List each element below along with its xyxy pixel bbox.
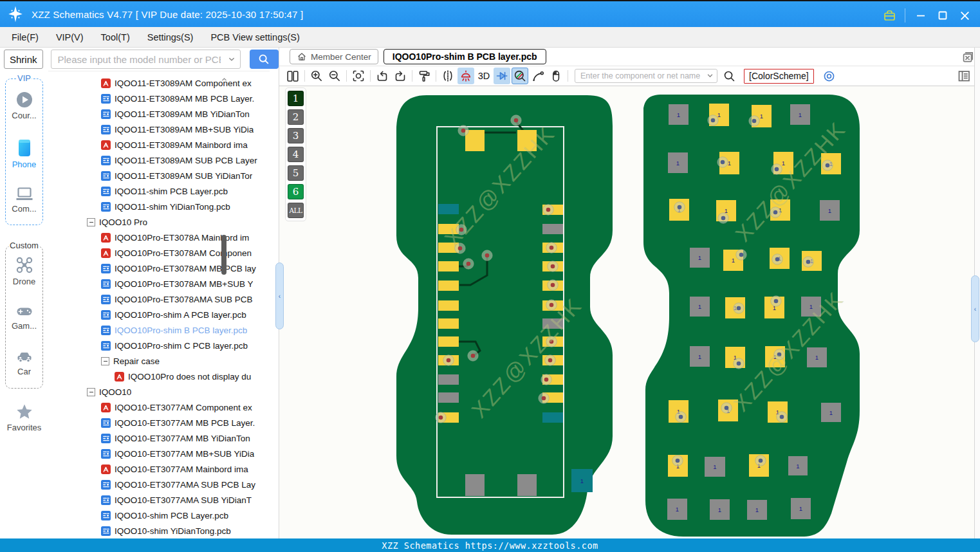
tree-group-repair-case[interactable]: Repair case <box>48 353 270 369</box>
pcb-via[interactable] <box>543 205 553 215</box>
tree-item[interactable]: IQOO10-ET3077AMA SUB YiDianT <box>48 492 270 508</box>
component-panel-toggle-icon[interactable] <box>957 69 971 83</box>
tree-item[interactable]: IQOO10Pro-shim A PCB layer.pcb <box>48 307 270 322</box>
shrink-button[interactable]: Shrink <box>4 50 43 69</box>
pcb-pad[interactable] <box>465 474 485 496</box>
curve-trace-icon[interactable] <box>530 68 546 84</box>
pcb-via[interactable] <box>717 157 728 167</box>
tree-item[interactable]: IQOO11-ET3089AM SUB YiDianTor <box>48 168 270 183</box>
chevron-down-icon[interactable] <box>705 71 715 83</box>
net-probe-icon[interactable] <box>512 68 528 84</box>
tree-item[interactable]: IQOO11-ET3089AM MB PCB Layer. <box>48 91 270 106</box>
close-button[interactable] <box>956 6 974 24</box>
pcb-via[interactable] <box>545 355 555 365</box>
sidebar-item-gam[interactable]: Gam... <box>6 302 42 331</box>
pcb-pad[interactable] <box>438 318 459 329</box>
pcb-pad[interactable] <box>438 281 459 291</box>
3d-view-button[interactable]: 3D <box>476 68 492 84</box>
pcb-via[interactable] <box>708 115 718 125</box>
pcb-via[interactable] <box>511 115 521 125</box>
pcb-drawing[interactable]: 1111111111111111111111111111111111111XZZ… <box>279 86 974 538</box>
collapse-minus-icon[interactable] <box>87 218 95 226</box>
tree-item[interactable]: IQOO10-ET3077AM Component ex <box>48 400 270 415</box>
tree-item[interactable]: IQOO11-ET3089AM MB+SUB YiDia <box>48 122 270 137</box>
briefcase-icon[interactable] <box>880 6 898 24</box>
sidebar-item-drone[interactable]: Drone <box>6 255 42 286</box>
pcb-via[interactable] <box>772 164 782 174</box>
net-search-input[interactable] <box>575 69 717 83</box>
tree-item[interactable]: IQOO11-ET3089AM SUB PCB Layer <box>48 152 270 168</box>
scroll-up-icon[interactable] <box>221 73 227 85</box>
diode-mode-icon[interactable] <box>494 68 510 84</box>
tree-group-iqoo10[interactable]: IQOO10 <box>48 384 270 400</box>
tree-item[interactable]: IQOO10Pro-shim C PCB layer.pcb <box>48 338 270 353</box>
layer-button-4[interactable]: 4 <box>288 147 304 162</box>
mirror-flip-icon[interactable] <box>439 68 456 84</box>
pcb-via[interactable] <box>468 351 478 361</box>
split-view-icon[interactable] <box>284 68 301 84</box>
pcb-via[interactable] <box>443 355 454 365</box>
rotate-left-icon[interactable] <box>374 68 391 84</box>
tree-item[interactable]: IQOO10Pro-shim B PCB layer.pcb <box>48 322 270 338</box>
tree-item[interactable]: IQOO10Pro-ET3078AMA SUB PCB <box>48 291 270 307</box>
maximize-button[interactable] <box>934 6 952 24</box>
sidebar-item-com[interactable]: Com... <box>6 185 42 214</box>
pcb-via[interactable] <box>482 250 492 261</box>
pcb-via[interactable] <box>674 202 685 212</box>
pcb-via[interactable] <box>548 280 558 290</box>
tree-item[interactable]: IQOO11-ET3089AM Component ex <box>48 75 270 91</box>
menu-item-tool-t-[interactable]: Tool(T) <box>101 32 130 42</box>
tree-item[interactable]: IQOO10Pro-ET3078AM MB PCB lay <box>48 261 270 276</box>
minimize-button[interactable] <box>912 6 930 24</box>
collapse-minus-icon[interactable] <box>101 357 109 365</box>
mouse-mode-icon[interactable] <box>548 68 564 84</box>
tree-item[interactable]: IQOO10Pro-ET3078A Mainbord im <box>48 230 270 245</box>
pcb-via[interactable] <box>734 358 744 369</box>
pcb-canvas[interactable]: 1111111111111111111111111111111111111XZZ… <box>279 86 974 538</box>
layer-button-6[interactable]: 6 <box>288 184 304 199</box>
tree-item[interactable]: IQOO10-ET3077AM MB YiDianTon <box>48 430 270 446</box>
tree-item[interactable]: IQOO10-shim PCB Layer.pcb <box>48 508 270 523</box>
layer-button-5[interactable]: 5 <box>288 165 304 181</box>
pcb-via[interactable] <box>721 403 732 413</box>
layer-button-1[interactable]: 1 <box>288 91 304 106</box>
sidebar-item-phone[interactable]: Phone <box>6 138 42 169</box>
sidebar-item-car[interactable]: Car <box>6 348 42 376</box>
tree-item[interactable]: IQOO10-ET3077AM MB+SUB YiDia <box>48 446 270 461</box>
colorscheme-button[interactable]: [ColorScheme] <box>744 69 814 84</box>
tree-item[interactable]: IQOO11-ET3089AM MB YiDianTon <box>48 106 270 122</box>
pcb-via[interactable] <box>803 257 813 267</box>
paint-roller-icon[interactable] <box>416 68 432 84</box>
pcb-pad[interactable] <box>438 336 459 347</box>
pcb-pad[interactable] <box>438 392 459 403</box>
pcb-via[interactable] <box>736 250 746 260</box>
tree-item[interactable]: IQOO10-ET3077AMA SUB PCB Lay <box>48 477 270 492</box>
zoom-in-icon[interactable] <box>308 68 325 84</box>
pcb-via[interactable] <box>672 455 683 466</box>
fit-view-icon[interactable] <box>350 68 367 84</box>
tree-item[interactable]: IQOO11-shim YiDianTong.pcb <box>48 199 270 214</box>
pcb-via[interactable] <box>463 259 474 269</box>
pcb-pad[interactable] <box>438 300 459 311</box>
member-center-button[interactable]: Member Center <box>290 49 378 64</box>
close-document-icon[interactable] <box>961 50 975 66</box>
pcb-via[interactable] <box>749 116 759 126</box>
layer-button-all[interactable]: ALL <box>288 203 304 218</box>
chevron-down-icon[interactable] <box>227 54 237 67</box>
pcb-via[interactable] <box>718 213 728 223</box>
pcb-via[interactable] <box>676 412 686 422</box>
tree-item[interactable]: IQOO10-shim YiDianTong.pcb <box>48 523 270 538</box>
net-search-icon[interactable] <box>723 69 736 83</box>
model-search-button[interactable] <box>250 50 279 69</box>
menu-item-pcb-view-settings-s-[interactable]: PCB View settings(S) <box>210 32 299 42</box>
pcb-via[interactable] <box>548 261 558 271</box>
tree-group-iqoo10-pro[interactable]: IQOO10 Pro <box>48 214 270 230</box>
layer-button-2[interactable]: 2 <box>288 109 304 125</box>
collapse-minus-icon[interactable] <box>87 388 95 396</box>
pcb-via[interactable] <box>546 243 557 253</box>
pcb-pad[interactable] <box>517 474 537 496</box>
tree-item[interactable]: IQOO10Pro-ET3078AM MB+SUB Y <box>48 276 270 291</box>
pcb-via[interactable] <box>436 412 446 423</box>
rotate-right-icon[interactable] <box>392 68 409 84</box>
menu-item-settings-s-[interactable]: Settings(S) <box>147 32 194 42</box>
